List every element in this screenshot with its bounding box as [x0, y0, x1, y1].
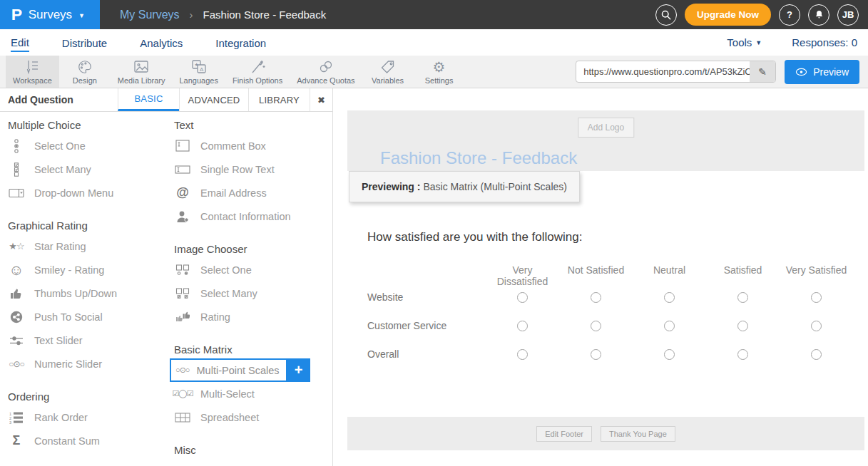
responses-count[interactable]: Responses: 0 [792, 36, 857, 48]
question-type-image-select-many[interactable]: Select Many [174, 281, 332, 305]
search-button[interactable] [655, 4, 677, 26]
avatar-initials: JB [842, 9, 854, 20]
radio-website-very-satisfied[interactable] [811, 292, 822, 303]
section-graphical-rating: Graphical Rating [8, 219, 166, 232]
translate-icon: A★ [190, 59, 208, 75]
radio-overall-very-satisfied[interactable] [811, 349, 822, 360]
question-type-smiley-rating[interactable]: ☺ Smiley - Rating [8, 258, 166, 281]
survey-preview-stage: Add Logo Fashion Store - Feedback Previe… [333, 88, 868, 466]
question-type-select-many[interactable]: Select Many [8, 157, 166, 181]
radio-website-not-satisfied[interactable] [591, 292, 601, 303]
matrix-row-label: Customer Service [367, 311, 486, 340]
nav-tab-analytics[interactable]: Analytics [140, 34, 183, 51]
product-switcher[interactable]: P Surveys ▼ [0, 0, 100, 29]
question-type-multi-select[interactable]: ☑◯☑ Multi-Select [174, 382, 332, 405]
notifications-button[interactable] [808, 4, 829, 26]
radio-website-very-dissatisfied[interactable] [517, 292, 528, 303]
toolbar-media-library[interactable]: Media Library [111, 56, 173, 88]
toolbar-advance-quotas[interactable]: Advance Quotas [290, 56, 362, 88]
help-button[interactable]: ? [779, 4, 800, 26]
chain-links-icon [317, 59, 335, 75]
question-types-column-1: Multiple Choice Select One Select Many D… [0, 119, 166, 466]
section-text: Text [174, 119, 332, 131]
avatar[interactable]: JB [837, 4, 859, 26]
section-misc: Misc [174, 444, 332, 456]
toolbar-settings[interactable]: ⚙ Settings [414, 56, 465, 88]
tab-basic[interactable]: BASIC [118, 88, 179, 111]
question-type-email-address[interactable]: @ Email Address [174, 181, 332, 204]
pencil-icon: ✎ [758, 66, 767, 78]
slider-icon [9, 335, 24, 346]
main-nav: Edit Distribute Analytics Integration To… [0, 29, 868, 56]
smiley-icon: ☺ [8, 262, 25, 277]
radio-customer-service-satisfied[interactable] [737, 321, 748, 331]
upgrade-now-button[interactable]: Upgrade Now [685, 4, 771, 26]
edit-url-button[interactable]: ✎ [750, 61, 775, 82]
rank-order-icon: 123 [9, 411, 24, 424]
radio-overall-satisfied[interactable] [737, 349, 748, 360]
radio-customer-service-neutral[interactable] [664, 321, 675, 331]
comment-box-icon [175, 140, 190, 152]
question-type-drop-down-menu[interactable]: Drop-down Menu [8, 181, 166, 204]
matrix-row-label: Website [367, 283, 486, 311]
section-basic-matrix: Basic Matrix [174, 343, 332, 356]
tab-advanced[interactable]: ADVANCED [179, 88, 248, 111]
toolbar-design[interactable]: Design [59, 56, 111, 88]
workspace-icon [24, 59, 41, 75]
toolbar-variables[interactable]: Variables [362, 56, 414, 88]
radio-customer-service-not-satisfied[interactable] [591, 321, 601, 331]
thank-you-page-button[interactable]: Thank You Page [601, 426, 675, 442]
question-type-image-rating[interactable]: Rating [174, 305, 332, 328]
toolbar-finish-options[interactable]: Finish Options [225, 56, 290, 88]
question-type-image-select-one[interactable]: Select One [174, 258, 332, 281]
tab-library[interactable]: LIBRARY [248, 88, 310, 111]
radio-website-neutral[interactable] [664, 292, 675, 303]
radio-customer-service-very-satisfied[interactable] [811, 321, 822, 331]
add-logo-button[interactable]: Add Logo [578, 118, 634, 138]
question-type-contact-information[interactable]: Contact Information [174, 204, 332, 228]
toolbar-workspace[interactable]: Workspace [6, 56, 59, 88]
question-type-text-slider[interactable]: Text Slider [8, 328, 166, 352]
question-type-select-one[interactable]: Select One [8, 134, 166, 157]
star-rating-icon: ★☆ [8, 241, 25, 252]
tools-menu[interactable]: Tools ▼ [727, 36, 762, 48]
question-type-thumbs-up-down[interactable]: Thumbs Up/Down [8, 281, 166, 305]
image-select-one-icon [175, 264, 190, 276]
breadcrumb-my-surveys[interactable]: My Surveys [120, 9, 180, 21]
preview-button[interactable]: Preview [785, 60, 859, 84]
question-mark-icon: ? [787, 9, 792, 20]
question-type-star-rating[interactable]: ★☆ Star Rating [8, 234, 166, 258]
bell-icon [814, 9, 824, 20]
previewing-tooltip: Previewing :Basic Matrix (Multi-Point Sc… [349, 171, 580, 202]
nav-tab-integration[interactable]: Integration [215, 34, 266, 51]
question-type-multi-point-scales[interactable]: ○⊙○ Multi-Point Scales + [170, 358, 332, 382]
question-type-constant-sum[interactable]: Σ Constant Sum [8, 429, 166, 452]
chevron-down-icon: ▼ [755, 39, 762, 46]
question-type-numeric-slider[interactable]: ○⊙○ Numeric Slider [8, 352, 166, 376]
radio-customer-service-very-dissatisfied[interactable] [517, 321, 528, 331]
question-type-spreadsheet[interactable]: Spreadsheet [174, 405, 332, 429]
product-name: Surveys [29, 8, 72, 22]
question-type-comment-box[interactable]: Comment Box [174, 134, 332, 157]
add-question-plus-button[interactable]: + [287, 358, 310, 382]
radio-overall-neutral[interactable] [664, 349, 675, 360]
app-window: P Surveys ▼ My Surveys › Fashion Store -… [0, 0, 868, 466]
close-panel-button[interactable]: ✖ [310, 88, 332, 111]
top-header: P Surveys ▼ My Surveys › Fashion Store -… [0, 0, 868, 29]
chevron-down-icon: ▼ [78, 12, 85, 19]
survey-url-input[interactable] [576, 66, 750, 77]
question-type-push-to-social[interactable]: Push To Social [8, 305, 166, 328]
image-rating-icon [175, 311, 190, 323]
question-type-single-row-text[interactable]: Single Row Text [174, 157, 332, 181]
dropdown-icon [9, 188, 24, 198]
nav-tab-edit[interactable]: Edit [11, 33, 29, 52]
radio-website-satisfied[interactable] [737, 292, 748, 303]
image-icon [133, 59, 150, 75]
radio-overall-not-satisfied[interactable] [591, 349, 601, 360]
nav-tab-distribute[interactable]: Distribute [62, 34, 107, 51]
edit-footer-button[interactable]: Edit Footer [536, 426, 592, 442]
radio-overall-very-dissatisfied[interactable] [517, 349, 528, 360]
matrix-table: Very Dissatisfied Not Satisfied Neutral … [367, 264, 853, 368]
question-type-rank-order[interactable]: 123 Rank Order [8, 405, 166, 429]
toolbar-languages[interactable]: A★ Languages [172, 56, 225, 88]
